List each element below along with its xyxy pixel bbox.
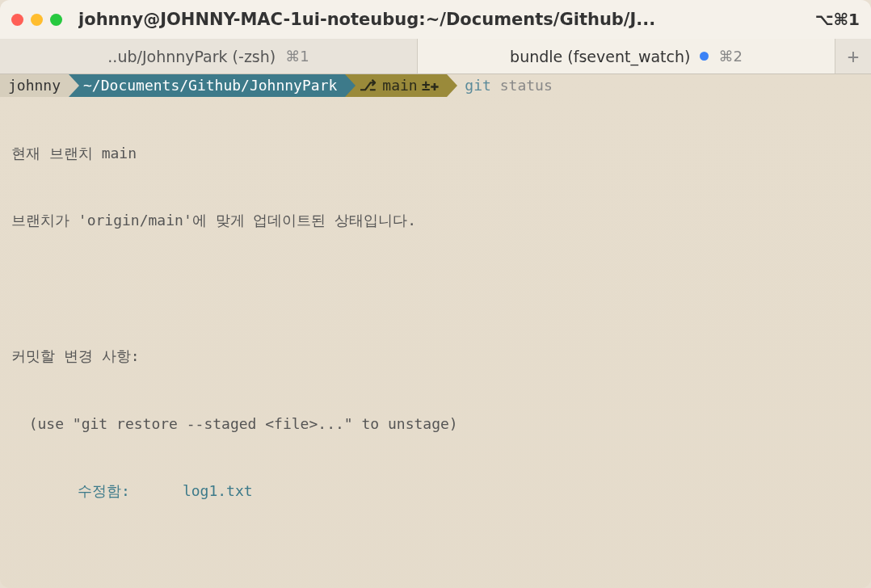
output-line: 브랜치가 'origin/main'에 맞게 업데이트된 상태입니다. [6,209,865,232]
command-text: git status [447,74,552,97]
git-branch-icon: ⎇ [360,74,377,97]
dirty-indicator-icon: ±✚ [422,74,440,97]
output-line: 현재 브랜치 main [6,142,865,165]
tab-1[interactable]: ..ub/JohnnyPark (-zsh) ⌘1 [0,39,418,74]
command-output: 현재 브랜치 main 브랜치가 'origin/main'에 맞게 업데이트된… [0,97,871,588]
prompt-line: johnny ~/Documents/Github/JohnnyPark ⎇ m… [0,74,871,97]
minimize-window-button[interactable] [31,14,43,26]
terminal-area[interactable]: johnny ~/Documents/Github/JohnnyPark ⎇ m… [0,74,871,588]
window-shortcut: ⌥⌘1 [814,10,860,29]
branch-name: main [382,74,417,97]
prompt-branch-segment: ⎇ main ±✚ [345,74,447,97]
tab-shortcut: ⌘2 [718,48,742,65]
close-window-button[interactable] [11,14,23,26]
add-tab-button[interactable]: + [835,39,871,74]
tab-2[interactable]: bundle (fsevent_watch) ⌘2 [418,39,835,74]
window-title: johnny@JOHNNY-MAC-1ui-noteubug:~/Documen… [78,10,806,29]
tab-shortcut: ⌘1 [285,48,309,65]
tab-label: ..ub/JohnnyPark (-zsh) [107,48,276,65]
prompt-path-segment: ~/Documents/Github/JohnnyPark [69,74,345,97]
tab-label: bundle (fsevent_watch) [510,48,690,65]
output-line: 커밋할 변경 사항: [6,345,865,368]
window-titlebar: johnny@JOHNNY-MAC-1ui-noteubug:~/Documen… [0,0,871,39]
output-line: (use "git restore --staged <file>..." to… [6,413,865,435]
tab-bar: ..ub/JohnnyPark (-zsh) ⌘1 bundle (fseven… [0,39,871,74]
maximize-window-button[interactable] [50,14,62,26]
traffic-lights [11,14,62,26]
prompt-user-segment: johnny [0,74,69,97]
staged-file-line: 수정함: log1.txt [6,480,865,502]
activity-dot-icon [700,52,709,61]
